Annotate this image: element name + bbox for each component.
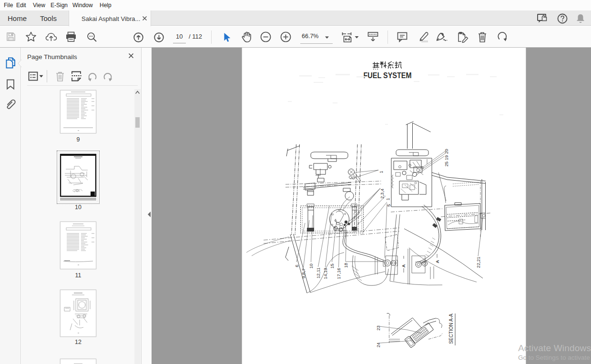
svg-text:24: 24 bbox=[376, 343, 381, 348]
svg-text:1: 1 bbox=[385, 198, 390, 200]
svg-text:23: 23 bbox=[376, 325, 381, 331]
svg-text:22,21: 22,21 bbox=[476, 257, 481, 268]
svg-text:12,11: 12,11 bbox=[316, 267, 321, 278]
svg-text:18: 18 bbox=[343, 263, 348, 268]
svg-text:14,13: 14,13 bbox=[323, 268, 328, 279]
svg-text:SECTION A-A: SECTION A-A bbox=[448, 313, 454, 344]
svg-text:6: 6 bbox=[294, 264, 299, 267]
svg-text:10: 10 bbox=[308, 263, 314, 269]
svg-text:FUEL SYSTEM: FUEL SYSTEM bbox=[364, 71, 412, 80]
svg-text:25 19 20: 25 19 20 bbox=[444, 149, 449, 167]
svg-text:A: A bbox=[435, 260, 440, 263]
svg-text:1: 1 bbox=[378, 171, 384, 173]
svg-text:9,8,7: 9,8,7 bbox=[301, 268, 306, 278]
svg-text:5: 5 bbox=[386, 204, 391, 206]
svg-text:17,16: 17,16 bbox=[336, 268, 341, 279]
svg-text:A: A bbox=[401, 264, 406, 267]
svg-text:2,3,4: 2,3,4 bbox=[379, 189, 385, 199]
svg-text:15: 15 bbox=[329, 263, 335, 269]
